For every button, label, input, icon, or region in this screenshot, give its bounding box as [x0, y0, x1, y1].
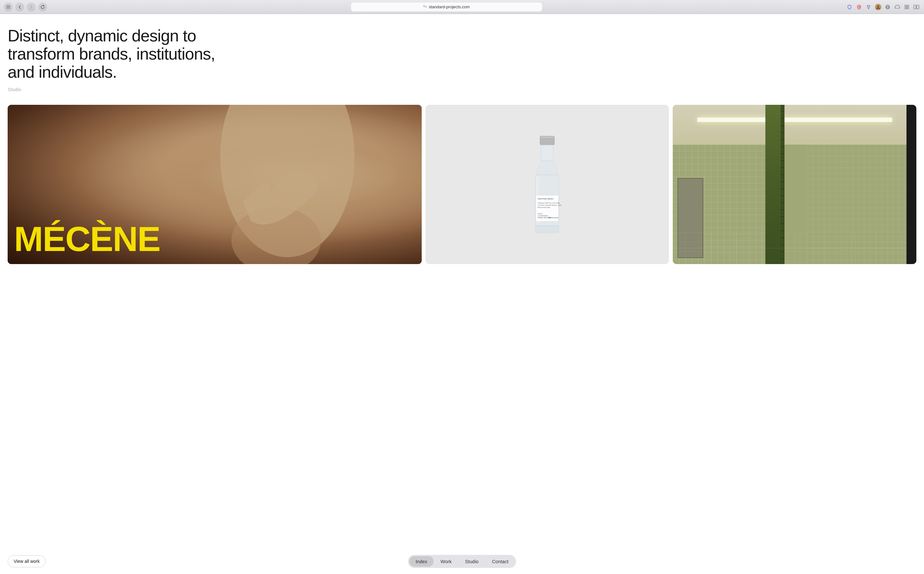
svg-text:Shop 8,: Shop 8, — [538, 213, 543, 215]
svg-text:Saint Peter Martini: Saint Peter Martini — [538, 198, 553, 200]
svg-rect-13 — [905, 7, 907, 9]
forward-button[interactable] — [27, 3, 36, 11]
floor-tiles-svg — [673, 232, 916, 264]
browser-chrome: standard-projects.com — [0, 0, 924, 14]
shield-icon[interactable] — [846, 3, 853, 11]
svg-rect-2 — [6, 8, 10, 9]
address-bar[interactable]: standard-projects.com — [351, 3, 542, 11]
refresh-button[interactable] — [38, 3, 47, 11]
svg-point-4 — [869, 5, 870, 6]
nav-studio[interactable]: Studio — [459, 556, 485, 567]
svg-rect-16 — [917, 5, 919, 9]
work-grid: MÉCÈNE — [8, 105, 916, 264]
bottom-nav: Index Work Studio Contact — [408, 555, 516, 568]
svg-rect-14 — [907, 7, 909, 9]
svg-text:Beko Genahu Sake: Beko Genahu Sake — [538, 207, 550, 208]
back-button[interactable] — [15, 3, 24, 11]
globe-icon[interactable] — [884, 3, 891, 11]
svg-text:wearere.com.au: wearere.com.au — [548, 217, 559, 219]
svg-text:Tanqueray, Ketel One, Yarra Va: Tanqueray, Ketel One, Yarra Valley — [538, 202, 560, 204]
heart-shield-icon[interactable] — [855, 3, 863, 11]
extensions-icon[interactable] — [903, 3, 911, 11]
view-all-button[interactable]: View all work — [8, 555, 46, 567]
nav-contact[interactable]: Contact — [486, 556, 515, 567]
svg-rect-21 — [541, 145, 553, 161]
code-fork-icon[interactable] — [865, 3, 872, 11]
svg-point-5 — [868, 8, 869, 9]
hero-subtitle: Studio — [8, 87, 916, 92]
subway-ceiling — [673, 105, 916, 145]
svg-rect-11 — [905, 5, 907, 7]
svg-rect-15 — [914, 5, 916, 9]
nav-work[interactable]: Work — [434, 556, 458, 567]
subway-light — [697, 118, 892, 122]
svg-rect-1 — [6, 7, 10, 7]
avatar-icon[interactable] — [874, 3, 882, 11]
svg-point-3 — [867, 5, 868, 6]
browser-right-icons — [846, 3, 920, 11]
bottle-visual: Saint Peter Martini Tanqueray, Ketel One… — [522, 130, 573, 238]
svg-rect-0 — [6, 5, 10, 6]
subway-ad-column — [907, 105, 916, 264]
work-card-subway[interactable] — [673, 105, 916, 264]
svg-point-7 — [877, 5, 880, 7]
page-content: Distinct, dynamic design to transform br… — [0, 14, 924, 264]
link-icon — [423, 5, 427, 9]
work-card-bottle[interactable]: Saint Peter Martini Tanqueray, Ketel One… — [426, 105, 669, 264]
mecene-text: MÉCÈNE — [14, 223, 415, 254]
url-text: standard-projects.com — [429, 5, 470, 9]
work-card-mecene[interactable]: MÉCÈNE — [8, 105, 422, 264]
hero-title: Distinct, dynamic design to transform br… — [8, 27, 230, 82]
split-view-icon[interactable] — [913, 3, 920, 11]
bottom-bar: View all work Index Work Studio Contact — [0, 549, 924, 574]
svg-text:Trout Roe, Cavendish Banana, J: Trout Roe, Cavendish Banana, Jones — [538, 205, 562, 206]
subway-scene — [673, 105, 916, 264]
svg-rect-20 — [541, 137, 554, 138]
browser-controls — [4, 3, 47, 11]
sidebar-toggle-button[interactable] — [4, 3, 13, 11]
cloud-icon[interactable] — [893, 3, 901, 11]
svg-rect-23 — [535, 226, 559, 233]
bottle-svg: Saint Peter Martini Tanqueray, Ketel One… — [523, 134, 571, 235]
svg-rect-12 — [907, 5, 909, 7]
nav-index[interactable]: Index — [409, 556, 434, 567]
